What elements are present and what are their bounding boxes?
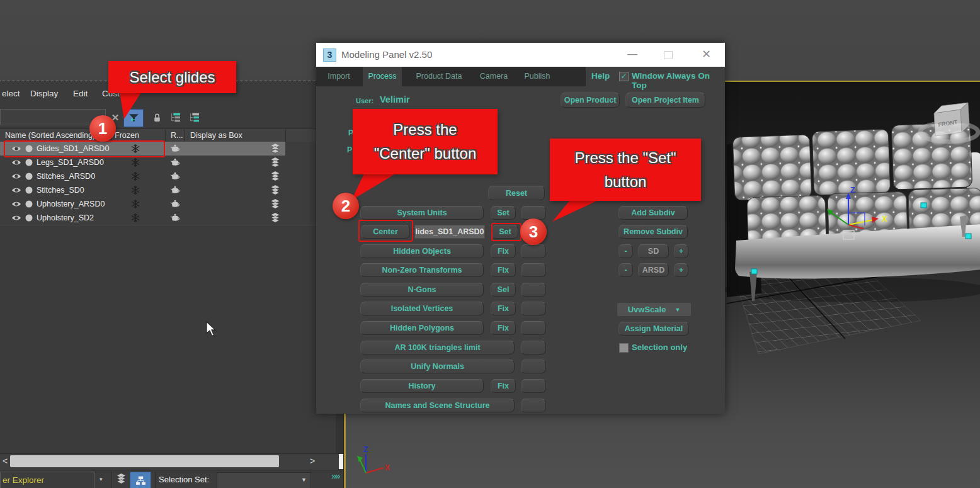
sd-button[interactable]: SD <box>638 244 669 258</box>
tab-publish[interactable]: Publish <box>518 67 557 86</box>
selection-only-checkbox[interactable] <box>619 343 629 353</box>
non-zero-transforms-fix-button[interactable]: Fix <box>491 263 516 277</box>
tab-process[interactable]: Process <box>363 67 402 86</box>
hidden-objects-button[interactable]: Hidden Objects <box>360 244 484 258</box>
column-render[interactable]: R... <box>171 131 183 140</box>
uvw-scale-dropdown[interactable]: UvwScale ▼ <box>617 303 691 316</box>
sd-minus-button[interactable]: - <box>618 244 633 258</box>
system-units-set-button[interactable]: Set <box>491 206 516 220</box>
scroll-left-icon[interactable]: < <box>3 456 8 466</box>
frozen-icon <box>130 185 140 195</box>
step-1-badge: 1 <box>89 115 116 142</box>
table-row-legs[interactable]: Legs_SD1_ARSD0 <box>0 156 336 170</box>
frozen-icon <box>130 199 140 209</box>
frozen-icon <box>130 171 140 181</box>
world-axis-x-label: X <box>385 463 390 472</box>
window-titlebar[interactable]: 3 Modeling Panel v2.50 — ✕ <box>316 43 725 67</box>
spare-slot-button[interactable] <box>521 283 546 297</box>
callout-select-glides: Select glides <box>108 61 236 93</box>
isolated-vertices-fix-button[interactable]: Fix <box>491 302 516 315</box>
spare-slot-button[interactable] <box>521 302 546 315</box>
system-units-button[interactable]: System Units <box>360 206 484 220</box>
close-icon[interactable]: ✕ <box>702 47 711 61</box>
names-and-scene-structure-button[interactable]: Names and Scene Structure <box>360 399 515 412</box>
tab-camera[interactable]: Camera <box>474 67 514 86</box>
window-title: Modeling Panel v2.50 <box>341 49 432 60</box>
explorer-bottom-bar: er Explorer ▾ Selection Set: ▼ »» <box>0 470 343 488</box>
spare-slot-button[interactable] <box>521 263 546 277</box>
spare-slot-button[interactable] <box>521 206 546 220</box>
n-gons-sel-button[interactable]: Sel <box>491 283 516 297</box>
explorer-mode-combo[interactable]: er Explorer <box>0 472 94 488</box>
filter-icon[interactable] <box>123 109 144 127</box>
scene-explorer-toggle-button[interactable] <box>130 472 151 488</box>
spare-slot-button[interactable] <box>521 341 546 355</box>
n-gons-button[interactable]: N-Gons <box>360 283 484 297</box>
remove-subdiv-button[interactable]: Remove Subdiv <box>618 225 688 239</box>
explorer-mode-label: er Explorer <box>3 475 44 485</box>
renderable-teapot-icon <box>170 185 180 195</box>
spare-slot-button[interactable] <box>521 244 546 258</box>
reset-button[interactable]: Reset <box>488 186 545 200</box>
center-object-field[interactable]: lides_SD1_ARSD0 <box>414 225 485 239</box>
hidden-polygons-fix-button[interactable]: Fix <box>491 321 516 335</box>
column-name[interactable]: Name (Sorted Ascending) <box>5 131 95 140</box>
selection-set-dropdown[interactable]: ▼ <box>217 472 311 488</box>
more-chevrons-icon[interactable]: »» <box>331 470 339 481</box>
column-display-as-box[interactable]: Display as Box <box>190 131 242 140</box>
arsd-plus-button[interactable]: + <box>674 263 688 277</box>
display-as-box-layers-icon <box>270 157 280 169</box>
history-fix-button[interactable]: Fix <box>491 379 516 393</box>
callout-line: Press the <box>353 118 498 142</box>
lock-icon[interactable] <box>147 109 166 126</box>
table-row-stitches-arsd0[interactable]: Stitches_ARSD0 <box>0 169 336 184</box>
ar-100k-triangles-limit-button[interactable]: AR 100K triangles limit <box>360 341 515 355</box>
menu-select[interactable]: elect <box>2 89 20 98</box>
gizmo-z-label: Z <box>850 185 855 195</box>
history-button[interactable]: History <box>360 379 484 393</box>
arsd-button[interactable]: ARSD <box>638 263 669 277</box>
sd-plus-button[interactable]: + <box>674 244 688 258</box>
add-subdiv-button[interactable]: Add Subdiv <box>618 206 688 220</box>
spare-slot-button[interactable] <box>521 321 546 335</box>
non-zero-transforms-button[interactable]: Non-Zero Transforms <box>360 263 484 277</box>
hidden-polygons-button[interactable]: Hidden Polygons <box>360 321 484 335</box>
callout-line: button <box>550 170 701 194</box>
spare-slot-button[interactable] <box>521 360 546 373</box>
unify-normals-button[interactable]: Unify Normals <box>360 360 515 373</box>
scrollbar-thumb[interactable] <box>10 455 279 467</box>
menu-display[interactable]: Display <box>30 89 58 98</box>
menu-edit[interactable]: Edit <box>73 89 88 98</box>
explorer-mode-dropdown-icon[interactable]: ▾ <box>100 476 103 482</box>
scroll-right-icon[interactable]: > <box>310 456 315 466</box>
tab-import[interactable]: Import <box>319 67 359 86</box>
table-row-upholstery-sd2[interactable]: Upholstery_SD2 <box>0 211 336 225</box>
tab-product-data[interactable]: Product Data <box>407 67 471 86</box>
hidden-objects-fix-button[interactable]: Fix <box>491 244 516 258</box>
help-link[interactable]: Help <box>591 71 610 81</box>
spare-slot-button[interactable] <box>521 379 546 393</box>
minimize-icon[interactable]: — <box>627 48 637 60</box>
arsd-minus-button[interactable]: - <box>618 263 633 277</box>
selection-only-label: Selection only <box>632 343 687 352</box>
column-frozen[interactable]: Frozen <box>115 131 139 140</box>
chevron-down-icon: ▼ <box>675 307 680 313</box>
assign-material-button[interactable]: Assign Material <box>618 322 689 336</box>
layer-view-icon[interactable] <box>185 109 203 126</box>
layers-icon[interactable] <box>116 474 127 485</box>
open-product-button[interactable]: Open Product <box>561 93 620 108</box>
spare-slot-button[interactable] <box>521 399 546 412</box>
open-project-item-button[interactable]: Open Project Item <box>625 93 705 108</box>
world-axis-z-label: Z <box>363 445 368 454</box>
hierarchy-view-icon[interactable] <box>166 109 185 126</box>
callout-line: Press the "Set" <box>550 146 701 170</box>
3dsmax-logo-icon: 3 <box>323 48 336 62</box>
callout-line: "Center" button <box>353 142 498 166</box>
table-row-stitches-sd0[interactable]: Stitches_SD0 <box>0 183 336 198</box>
isolated-vertices-button[interactable]: Isolated Vertices <box>360 302 484 315</box>
table-row-upholstery-arsd0[interactable]: Upholstery_ARSD0 <box>0 197 336 212</box>
renderable-teapot-icon <box>170 199 180 209</box>
horizontal-scrollbar[interactable]: < > <box>0 453 340 470</box>
always-on-top-checkbox[interactable]: ✓ <box>619 72 629 81</box>
maximize-icon[interactable] <box>664 51 673 59</box>
